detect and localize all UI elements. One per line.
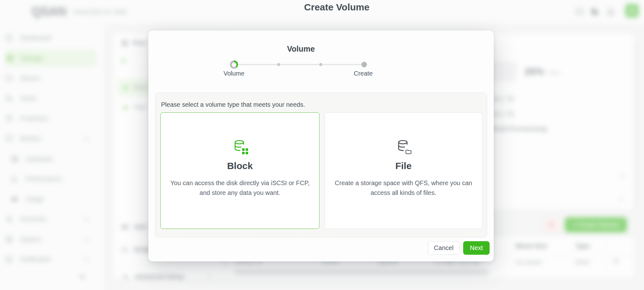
sidebar-item-usage[interactable]: Usage [5, 191, 96, 207]
chevron-down-icon [84, 216, 89, 221]
stepper [230, 60, 367, 69]
advanced-setup-label: Advanced Setup [135, 273, 184, 280]
qsan-logo: QSAN [31, 4, 67, 19]
column-header-block-size: Block Size [516, 242, 547, 250]
trash-icon [548, 221, 555, 228]
file-database-icon [396, 139, 411, 154]
capacity-total-value: 38.1 TB [492, 95, 514, 103]
sidebar-collapse-button[interactable]: « [80, 270, 85, 282]
ssd-disk-icon [121, 223, 129, 231]
modal-title: Volume [238, 44, 364, 54]
volume-type-panel: Please select a volume type that meets y… [155, 93, 487, 237]
sidebar-item-label: Notification [20, 256, 51, 263]
chevron-right-icon [207, 274, 211, 279]
column-header-type: Type [575, 242, 590, 250]
page-title: Create Volume [274, 2, 400, 13]
sidebar-item-label: Accounts [20, 215, 46, 223]
sidebar-item-label: Usage [26, 196, 44, 203]
sidebar-item-label: Monitor [20, 135, 41, 142]
sidebar-item-system[interactable]: System [5, 232, 96, 247]
shield-icon [5, 114, 13, 122]
status-dot-green [124, 86, 127, 89]
step-connector [280, 64, 319, 65]
database-icon [121, 39, 129, 47]
cloud-icon [121, 246, 129, 254]
next-button[interactable]: Next [463, 241, 490, 255]
sidebar-item-performance[interactable]: Performance [5, 171, 96, 186]
sidebar-item-shares[interactable]: Shares [5, 71, 96, 86]
chevron-down-icon [84, 256, 89, 261]
pool-item-label: Pool [134, 84, 146, 91]
advanced-setup-item[interactable]: Advanced Setup [114, 268, 219, 285]
sidebar-item-label: Protection [20, 115, 48, 122]
create-volume-button[interactable]: + Create Volume [565, 217, 627, 232]
capacity-free-value: 28.1 TB [492, 111, 514, 118]
system-icon [5, 235, 13, 243]
monitor-icon [5, 134, 13, 143]
hardware-icon [11, 155, 19, 163]
user-avatar[interactable]: A [625, 4, 639, 18]
shares-folder-icon [5, 74, 13, 82]
tier-label: SSD [134, 224, 147, 231]
gear-icon[interactable] [612, 257, 620, 265]
sidebar-item-dashboard[interactable]: Dashboard [5, 30, 96, 45]
folder-icon[interactable] [575, 7, 584, 16]
cancel-button[interactable]: Cancel [428, 241, 459, 255]
step-dot [319, 63, 322, 66]
vertical-scrollbar-track[interactable] [634, 41, 638, 205]
delete-volume-button[interactable] [541, 217, 561, 232]
dashboard-icon [5, 34, 13, 42]
block-grid-icon [242, 148, 248, 154]
column-divider [606, 240, 607, 272]
sidebar-item-label: Shares [20, 75, 40, 82]
volume-type-card-file[interactable]: File Create a storage space with QFS, wh… [325, 112, 482, 229]
notification-icon [5, 255, 13, 263]
add-pool-button[interactable]: + [120, 55, 127, 67]
step-dot [277, 63, 280, 66]
chevron-right-icon[interactable] [619, 174, 624, 179]
sidebar-item-storage[interactable]: Storage [6, 50, 96, 66]
card-title: File [395, 161, 412, 171]
usage-pie-icon[interactable] [591, 7, 599, 16]
file-folder-icon [405, 149, 412, 154]
step-connector [238, 64, 277, 65]
device-name: XN4226D-4C-9D8 [73, 8, 126, 16]
step-connector [322, 64, 361, 65]
sidebar-item-protection[interactable]: Protection [5, 111, 96, 126]
volume-type-card-block[interactable]: Block You can access the disk directly v… [160, 112, 319, 229]
performance-chart-icon [11, 175, 19, 183]
sidebar-item-hosts[interactable]: Hosts [5, 91, 96, 106]
column-divider [571, 240, 572, 272]
notification-bell-icon[interactable] [606, 7, 615, 16]
usage-percent: 26% [525, 66, 544, 77]
sort-arrows-icon [122, 273, 130, 280]
pool-panel-title: Pool [133, 39, 146, 47]
step-final-indicator [361, 62, 367, 67]
sidebar-item-monitor[interactable]: Monitor [5, 131, 96, 146]
topbar-divider [65, 5, 66, 18]
horizontal-scrollbar-thumb[interactable] [234, 270, 488, 274]
sidebar-item-notification[interactable]: Notification [5, 252, 96, 267]
row-checkbox[interactable] [223, 261, 228, 267]
sidebar-item-accounts[interactable]: Accounts [5, 211, 96, 226]
storage-icon [6, 54, 14, 62]
sidebar-item-label: Hardware [26, 156, 53, 163]
usage-caption: Used [547, 70, 559, 76]
step-label-volume: Volume [209, 70, 259, 77]
divider [114, 266, 219, 266]
screen: QSAN XN4226D-4C-9D8 A Dashboard Storage [0, 0, 644, 290]
chevron-down-icon[interactable] [619, 196, 624, 202]
chevron-down-icon [84, 236, 89, 242]
card-description: Create a storage space with QFS, where y… [330, 178, 477, 198]
sidebar: Dashboard Storage Shares Hosts Protectio… [0, 24, 104, 290]
card-title: Block [227, 161, 253, 171]
create-volume-modal: Volume Volume Create Please select a vol… [148, 31, 494, 261]
sidebar-item-label: System [20, 236, 41, 243]
sidebar-item-hardware[interactable]: Hardware [5, 151, 96, 167]
usage-cloud-icon [11, 195, 19, 203]
sidebar-item-label: Hosts [20, 95, 36, 102]
sidebar-item-label: Dashboard [20, 34, 51, 42]
cell-type: RAID [575, 259, 590, 266]
sidebar-item-label: Performance [26, 175, 62, 183]
column-divider [513, 240, 513, 272]
